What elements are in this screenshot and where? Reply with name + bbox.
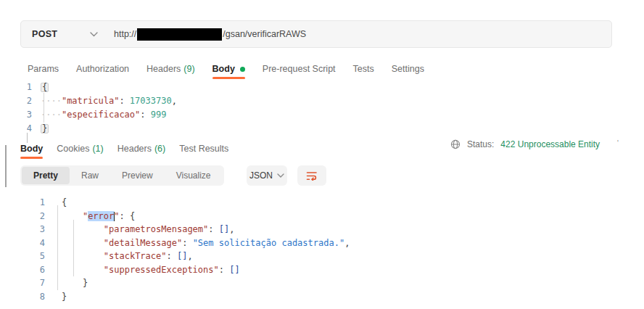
code-line: 3····"especificacao": 999 <box>0 107 177 121</box>
line-number: 2 <box>0 211 45 221</box>
truncated-edge-text: ' <box>617 139 619 147</box>
fold-guide <box>57 205 58 290</box>
tab-label: Params <box>28 64 59 74</box>
tab-label: Body <box>212 64 235 74</box>
app: { "colors": { "accent_orange": "#ff6c37"… <box>0 0 644 309</box>
tab-label: Headers <box>146 64 181 74</box>
code-text: ····"matricula": 17033730, <box>41 96 177 106</box>
code-line: 1{ <box>0 80 177 94</box>
request-body-editor[interactable]: 1{2····"matricula": 17033730,3····"espec… <box>0 80 177 135</box>
response-body-editor[interactable]: 1{2 "error": {3 "parametrosMensagem": []… <box>0 196 350 303</box>
code-line: 3 "parametrosMensagem": [], <box>0 223 350 236</box>
line-number: 1 <box>0 197 45 207</box>
status-label: Status: <box>467 139 494 149</box>
wrap-text-button[interactable] <box>297 165 326 186</box>
request-tab-settings[interactable]: Settings <box>392 64 424 74</box>
line-number: 8 <box>0 292 45 302</box>
tab-label: Body <box>20 144 43 154</box>
code-text: "suppressedExceptions": [] <box>62 265 240 275</box>
code-text: { <box>62 197 67 207</box>
globe-icon <box>450 139 461 149</box>
wrap-text-icon <box>306 170 318 181</box>
url-input[interactable]: http:///gsan/verificarRAWS <box>114 28 306 41</box>
code-text: } <box>62 292 67 302</box>
tab-label: Headers <box>117 144 152 154</box>
request-tab-body[interactable]: Body <box>212 64 245 74</box>
request-tab-headers[interactable]: Headers(9) <box>146 64 195 74</box>
url-suffix: /gsan/verificarRAWS <box>223 29 306 39</box>
request-tab-tests[interactable]: Tests <box>353 64 374 74</box>
status-value[interactable]: 422 Unprocessable Entity <box>500 139 600 149</box>
code-line: 5 "stackTrace": [], <box>0 250 350 263</box>
line-number: 3 <box>0 224 45 234</box>
chevron-down-icon <box>90 32 98 37</box>
code-text: } <box>62 278 88 288</box>
modified-dot-icon <box>240 67 245 72</box>
request-tab-pre-request-script[interactable]: Pre-request Script <box>263 64 336 74</box>
request-tab-authorization[interactable]: Authorization <box>76 64 129 74</box>
tab-label: Pre-request Script <box>263 64 336 74</box>
code-line: 8} <box>0 290 350 304</box>
tab-label: Tests <box>353 64 374 74</box>
response-tabs: BodyCookies(1)Headers(6)Test Results <box>20 142 228 155</box>
line-number: 4 <box>0 123 32 133</box>
line-number: 5 <box>0 251 45 261</box>
format-select[interactable]: JSON <box>247 165 287 186</box>
line-number: 2 <box>0 96 32 106</box>
url-prefix: http:// <box>114 29 136 39</box>
format-label: JSON <box>249 170 273 181</box>
code-line: 2····"matricula": 17033730, <box>0 94 177 107</box>
code-text: "detailMessage": "Sem solicitação cadast… <box>62 238 350 248</box>
response-view-modes: PrettyRawPreviewVisualize <box>20 165 224 186</box>
divider <box>27 133 28 143</box>
request-tabs: ParamsAuthorizationHeaders(9)BodyPre-req… <box>28 62 424 75</box>
response-tab-test-results[interactable]: Test Results <box>179 144 228 154</box>
view-mode-preview[interactable]: Preview <box>110 167 165 184</box>
code-line: 1{ <box>0 196 350 210</box>
code-text: { <box>41 82 49 92</box>
fold-guide <box>44 93 44 123</box>
line-number: 6 <box>0 265 45 275</box>
response-tab-cookies[interactable]: Cookies(1) <box>57 144 103 154</box>
tab-label: Cookies <box>57 144 89 154</box>
method-select[interactable]: POST <box>21 21 105 47</box>
tab-label: Test Results <box>179 144 228 154</box>
tab-label: Settings <box>392 64 424 74</box>
tab-label: Authorization <box>76 64 129 74</box>
view-mode-visualize[interactable]: Visualize <box>165 167 223 184</box>
tab-count-badge: (6) <box>154 144 165 154</box>
code-line: 4 "detailMessage": "Sem solicitação cada… <box>0 236 350 250</box>
fold-guide <box>73 220 74 276</box>
code-text: "stackTrace": [], <box>62 251 193 261</box>
response-status: Status: 422 Unprocessable Entity <box>450 139 600 149</box>
view-mode-raw[interactable]: Raw <box>70 167 110 184</box>
chevron-down-icon <box>277 173 284 178</box>
line-number: 4 <box>0 238 45 248</box>
code-line: 2 "error": { <box>0 210 350 223</box>
code-line: 6 "suppressedExceptions": [] <box>0 263 350 277</box>
method-label: POST <box>32 29 57 39</box>
response-tab-headers[interactable]: Headers(6) <box>117 144 166 154</box>
request-url-bar: POST http:///gsan/verificarRAWS <box>20 20 612 48</box>
request-tab-params[interactable]: Params <box>28 64 59 74</box>
response-tab-body[interactable]: Body <box>20 144 43 154</box>
tab-count-badge: (1) <box>92 144 103 154</box>
code-text: "parametrosMensagem": [], <box>62 224 234 234</box>
code-line: 7 } <box>0 276 350 290</box>
line-number: 7 <box>0 278 45 288</box>
tab-count-badge: (9) <box>183 64 194 74</box>
view-mode-pretty[interactable]: Pretty <box>22 167 70 184</box>
line-number: 1 <box>0 82 32 92</box>
line-number: 3 <box>0 110 32 120</box>
code-text: } <box>41 123 49 133</box>
redacted-host <box>137 28 222 41</box>
code-text: ····"especificacao": 999 <box>41 110 166 120</box>
panel-divider <box>5 145 7 187</box>
